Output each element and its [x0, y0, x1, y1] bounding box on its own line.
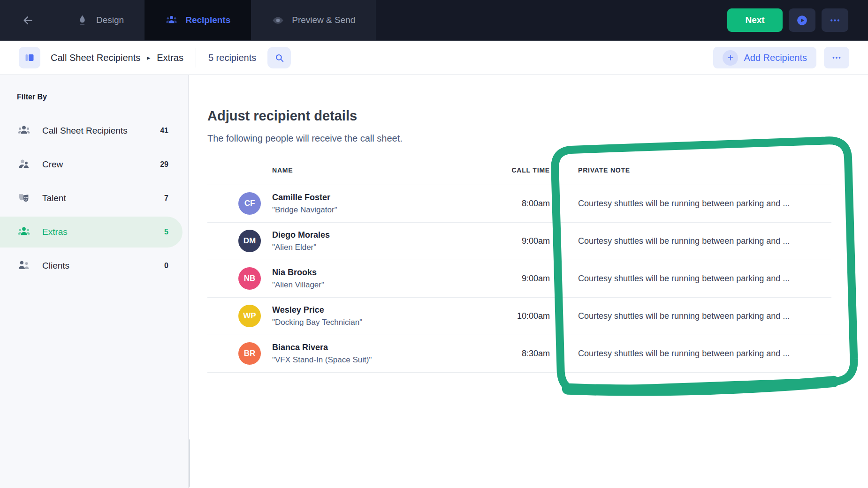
private-note-cell[interactable]: Courtesy shuttles will be running betwee…	[550, 236, 831, 246]
filter-sidebar: Filter By Call Sheet Recipients 41 Crew …	[0, 75, 189, 488]
tab-recipients[interactable]: Recipients	[145, 0, 251, 40]
people-group-icon	[165, 14, 178, 27]
name-cell: Nia Brooks "Alien Villager"	[272, 268, 480, 290]
sidebar-item-count: 0	[164, 262, 168, 270]
tab-label: Design	[96, 15, 124, 25]
recipient-name: Wesley Price	[272, 305, 480, 315]
avatar: WP	[238, 305, 261, 327]
sidebar-item-count: 7	[164, 194, 168, 203]
avatar: NB	[238, 267, 261, 290]
column-header-call-time: CALL TIME	[511, 166, 550, 174]
call-time-cell: 9:00am	[522, 236, 550, 246]
call-time-cell: 8:00am	[522, 199, 550, 209]
page-title: Adjust recipient details	[207, 108, 868, 124]
sidebar-item-label: Extras	[42, 227, 68, 237]
name-cell: Bianca Rivera "VFX Stand-In (Space Suit)…	[272, 343, 480, 365]
sidebar-item-extras[interactable]: Extras 5	[0, 217, 183, 248]
sidebar-item-count: 29	[160, 160, 168, 169]
play-button[interactable]	[789, 8, 815, 32]
recipient-row-bianca-rivera[interactable]: BR Bianca Rivera "VFX Stand-In (Space Su…	[207, 335, 831, 373]
sidebar-item-label: Call Sheet Recipients	[42, 126, 128, 136]
column-header-private-note: PRIVATE NOTE	[550, 166, 831, 174]
tab-label: Preview & Send	[292, 15, 355, 25]
people-group-icon	[17, 225, 31, 239]
recipient-row-camille-foster[interactable]: CF Camille Foster "Bridge Navigator" 8:0…	[207, 185, 831, 223]
theater-masks-icon	[17, 191, 31, 205]
tab-preview-send[interactable]: Preview & Send	[251, 0, 376, 40]
filter-list: Call Sheet Recipients 41 Crew 29 Talent …	[0, 115, 188, 281]
toolbar: Call Sheet Recipients ▸ Extras 5 recipie…	[0, 41, 868, 75]
breadcrumb-current[interactable]: Extras	[157, 53, 183, 63]
sidebar-item-count: 41	[160, 127, 168, 135]
name-cell: Camille Foster "Bridge Navigator"	[272, 193, 480, 215]
recipients-table: NAME CALL TIME PRIVATE NOTE CF Camille F…	[207, 156, 831, 373]
name-cell: Wesley Price "Docking Bay Technician"	[272, 305, 480, 327]
layout-icon	[24, 52, 35, 63]
topbar-more-button[interactable]	[822, 8, 848, 32]
top-bar: Design Recipients Preview & Send Next	[0, 0, 868, 41]
ink-drop-icon	[76, 14, 89, 27]
name-cell: Diego Morales "Alien Elder"	[272, 230, 480, 252]
plus-chip	[723, 50, 738, 66]
view-toggle-button[interactable]	[19, 47, 40, 68]
call-time-cell: 9:00am	[522, 274, 550, 284]
people-group-icon	[17, 124, 31, 138]
search-icon	[274, 53, 285, 63]
recipient-row-diego-morales[interactable]: DM Diego Morales "Alien Elder" 9:00am Co…	[207, 223, 831, 260]
filter-heading: Filter By	[17, 93, 188, 101]
back-arrow-icon	[22, 14, 34, 27]
recipient-role: "VFX Stand-In (Space Suit)"	[272, 355, 480, 365]
recipient-count: 5 recipients	[208, 53, 256, 63]
private-note-cell[interactable]: Courtesy shuttles will be running betwee…	[550, 311, 831, 321]
recipient-role: "Alien Villager"	[272, 280, 480, 290]
breadcrumb-root[interactable]: Call Sheet Recipients	[51, 53, 140, 63]
back-button[interactable]	[0, 0, 55, 40]
recipient-row-wesley-price[interactable]: WP Wesley Price "Docking Bay Technician"…	[207, 298, 831, 335]
page-subtitle: The following people will receive the ca…	[207, 133, 868, 144]
table-body: CF Camille Foster "Bridge Navigator" 8:0…	[207, 185, 831, 373]
avatar: BR	[238, 342, 261, 365]
private-note-cell[interactable]: Courtesy shuttles will be running betwee…	[550, 274, 831, 284]
eye-icon	[272, 14, 284, 27]
add-recipients-label: Add Recipients	[744, 53, 807, 63]
sidebar-item-label: Clients	[42, 261, 69, 271]
breadcrumb: Call Sheet Recipients ▸ Extras	[51, 53, 183, 63]
plus-icon	[726, 53, 735, 62]
ellipsis-icon	[831, 52, 842, 63]
recipient-row-nia-brooks[interactable]: NB Nia Brooks "Alien Villager" 9:00am Co…	[207, 260, 831, 298]
tab-design[interactable]: Design	[55, 0, 145, 40]
recipient-name: Diego Morales	[272, 230, 480, 240]
private-note-cell[interactable]: Courtesy shuttles will be running betwee…	[550, 199, 831, 209]
clients-icon	[17, 259, 31, 273]
top-tabs: Design Recipients Preview & Send	[55, 0, 376, 40]
toolbar-divider	[196, 48, 196, 68]
recipient-role: "Bridge Navigator"	[272, 205, 480, 215]
search-button[interactable]	[267, 47, 291, 68]
column-header-name: NAME	[272, 166, 480, 174]
play-icon	[796, 14, 808, 27]
recipient-name: Bianca Rivera	[272, 343, 480, 353]
avatar: DM	[238, 230, 261, 252]
topbar-spacer	[376, 0, 727, 40]
avatar: CF	[238, 192, 261, 215]
recipient-role: "Alien Elder"	[272, 243, 480, 252]
sidebar-item-talent[interactable]: Talent 7	[0, 183, 183, 214]
crew-icon	[17, 158, 31, 172]
toolbar-more-button[interactable]	[824, 47, 849, 68]
sidebar-item-label: Talent	[42, 193, 66, 203]
sidebar-item-crew[interactable]: Crew 29	[0, 149, 183, 180]
sidebar-item-label: Crew	[42, 159, 63, 170]
tab-label: Recipients	[185, 15, 230, 25]
call-time-cell: 8:30am	[522, 349, 550, 359]
top-tabs-region: Design Recipients Preview & Send	[0, 0, 376, 40]
main-content: Adjust recipient details The following p…	[190, 75, 868, 488]
sidebar-item-call-sheet-recipients[interactable]: Call Sheet Recipients 41	[0, 115, 183, 146]
add-recipients-button[interactable]: Add Recipients	[713, 47, 816, 68]
private-note-cell[interactable]: Courtesy shuttles will be running betwee…	[550, 349, 831, 359]
next-button[interactable]: Next	[727, 8, 783, 32]
recipient-name: Nia Brooks	[272, 268, 480, 278]
sidebar-item-count: 5	[164, 228, 168, 236]
breadcrumb-separator-icon: ▸	[147, 54, 150, 61]
recipient-name: Camille Foster	[272, 193, 480, 203]
sidebar-item-clients[interactable]: Clients 0	[0, 250, 183, 281]
